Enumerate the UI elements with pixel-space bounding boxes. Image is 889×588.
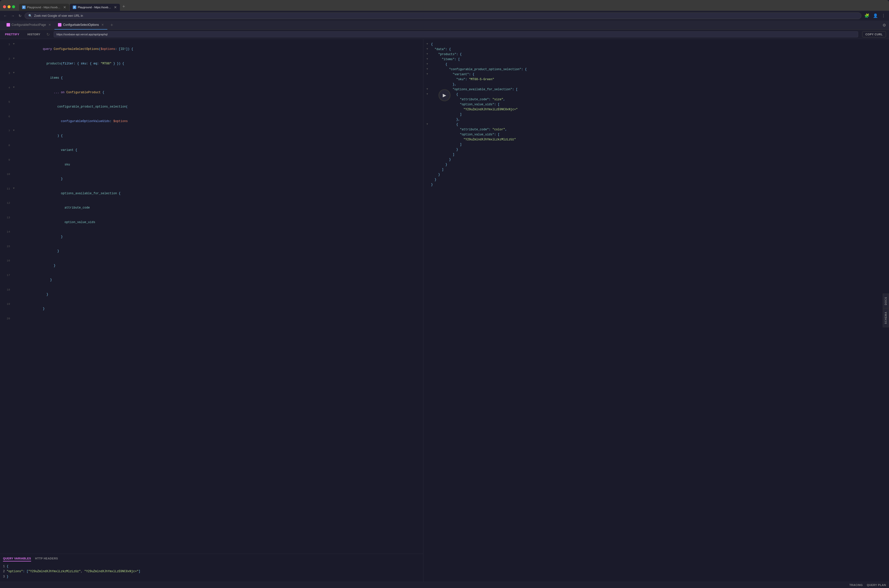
browser-tabs-bar: P Playground - https://soxbase-... ✕ P P… — [19, 3, 886, 11]
close-button[interactable] — [3, 5, 6, 8]
resp-line-25: ▼ } — [423, 162, 889, 167]
tracing-button[interactable]: TRACING — [849, 584, 863, 586]
code-line-18: 18 ▼ } — [0, 288, 423, 302]
resp-line-27: ▼ } — [423, 172, 889, 177]
tab-1-close[interactable]: ✕ — [63, 5, 66, 9]
playground-toolbar: PRETTIFY HISTORY ↻ COPY CURL — [0, 30, 889, 39]
resp-line-22: ▼ } — [423, 147, 889, 152]
prettify-button[interactable]: PRETTIFY — [3, 32, 21, 37]
query-variables-tab[interactable]: QUERY VARIABLES — [3, 556, 31, 561]
forward-button[interactable]: → — [10, 13, 15, 19]
tab-1-favicon: P — [22, 6, 26, 9]
browser-titlebar: P Playground - https://soxbase-... ✕ P P… — [0, 0, 889, 11]
resp-line-7: ▼ "variant": { — [423, 72, 889, 77]
resp-line-11: ▼ { — [423, 92, 889, 97]
back-button[interactable]: ← — [3, 13, 8, 19]
schema-button[interactable]: SCHEMA — [883, 309, 889, 327]
resp-line-13: ▼ "option_value_uids": [ — [423, 102, 889, 107]
resp-line-16: ▼ }, — [423, 117, 889, 122]
code-line-17: 17 ▼ } — [0, 273, 423, 288]
traffic-lights — [3, 5, 15, 8]
browser-toolbar: ← → ↻ 🔍 Zoek met Google of voer een URL … — [0, 11, 889, 21]
code-line-7: 7 ▼ ) { — [0, 129, 423, 143]
address-bar-text: Zoek met Google of voer een URL in — [34, 14, 83, 18]
playground-tab-2-title: ConfigurbaleSelectOptions — [63, 23, 99, 27]
resp-line-23: ▼ ] — [423, 152, 889, 158]
code-line-12: 12 ▼ attribute_code — [0, 201, 423, 215]
history-button[interactable]: HISTORY — [26, 32, 42, 37]
run-button-wrapper: ▶ — [438, 89, 451, 101]
code-line-11: 11 ▼ options_available_for_selection { — [0, 186, 423, 201]
resp-line-15: ▼ ] — [423, 112, 889, 117]
query-variables-content[interactable]: 1 { 2 "options": ["Y29uZmlndXJhYmxlLzkzM… — [3, 561, 420, 582]
address-bar[interactable]: 🔍 Zoek met Google of voer een URL in — [25, 12, 861, 19]
resp-line-2: ▼ "data": { — [423, 47, 889, 52]
playground-tab-1-title: ConfigurableProductPage — [12, 23, 46, 27]
resp-line-9: ▼ }, — [423, 82, 889, 87]
code-line-13: 13 ▼ option_value_uids — [0, 215, 423, 230]
resp-line-3: ▼ "products": { — [423, 52, 889, 57]
resp-line-10: ▼ "options_available_for_selection": [ — [423, 87, 889, 92]
resp-line-18: ▼ "attribute_code": "color", — [423, 128, 889, 132]
refresh-button[interactable]: ↻ — [18, 13, 23, 19]
minimize-button[interactable] — [8, 5, 11, 8]
resp-line-8: ▼ "sku": "MT08-S-Green" — [423, 77, 889, 82]
resp-line-1: ▼ { — [423, 42, 889, 47]
playground-tab-2-close[interactable]: ✕ — [101, 23, 104, 27]
playground-tab-1-close[interactable]: ✕ — [48, 23, 51, 27]
graphql-url-input[interactable] — [54, 32, 858, 38]
query-plan-button[interactable]: QUERY PLAN — [867, 584, 886, 586]
code-line-5: 5 ▼ configurable_product_options_selecti… — [0, 100, 423, 114]
resp-line-17: ▼ { — [423, 122, 889, 128]
qv-line-1: 1 { — [3, 564, 420, 569]
query-editor[interactable]: 1 ▼ query ConfigurbaleSelectOptions($opt… — [0, 39, 423, 554]
http-headers-tab[interactable]: HTTP HEADERS — [35, 556, 58, 561]
bottom-panel-tabs: QUERY VARIABLES HTTP HEADERS — [3, 554, 420, 561]
profile-icon[interactable]: 👤 — [872, 12, 879, 19]
browser-tab-2[interactable]: P Playground - https://soxbase-... ✕ — [70, 4, 120, 11]
code-line-4: 4 ▼ ... on ConfigurableProduct { — [0, 86, 423, 100]
menu-icon[interactable]: ⋮ — [880, 12, 886, 19]
playground-tab-1-favicon — [6, 23, 10, 27]
resp-line-24: ▼ } — [423, 158, 889, 162]
query-variables-panel: QUERY VARIABLES HTTP HEADERS 1 { 2 "opti… — [0, 554, 423, 582]
code-line-15: 15 ▼ } — [0, 244, 423, 259]
response-viewer[interactable]: ▼ { ▼ "data": { ▼ "products": { ▼ "ite — [423, 39, 889, 582]
run-query-button[interactable]: ▶ — [438, 89, 451, 101]
playground-settings-icon[interactable]: ⚙ — [883, 23, 886, 28]
playground-tab-2[interactable]: ConfigurbaleSelectOptions ✕ — [54, 21, 107, 30]
resp-line-29: ▼ } — [423, 183, 889, 188]
resp-line-14: ▼ "Y29uZmlndXJhYmxlLzE0NC8xNjc=" — [423, 107, 889, 112]
tab-2-close[interactable]: ✕ — [114, 5, 117, 9]
resp-line-20: ▼ "Y29uZmlndXJhYmxlLzkzMlzLzUz" — [423, 137, 889, 142]
resp-line-4: ▼ "items": [ — [423, 57, 889, 62]
extensions-icon[interactable]: 🧩 — [863, 12, 871, 19]
resp-line-12: ▼ "attribute_code": "size", — [423, 97, 889, 102]
qv-line-2: 2 "options": ["Y29uZmlndXJhYmxlLzkzMlzLz… — [3, 569, 420, 574]
playground-tab-1[interactable]: ConfigurableProductPage ✕ — [3, 21, 54, 30]
maximize-button[interactable] — [12, 5, 15, 8]
code-line-19: 19 ▼ } — [0, 302, 423, 316]
refresh-icon[interactable]: ↻ — [47, 32, 50, 37]
browser-toolbar-icons: 🧩 👤 ⋮ — [863, 12, 886, 19]
code-line-14: 14 ▼ } — [0, 230, 423, 244]
response-panel: ▼ { ▼ "data": { ▼ "products": { ▼ "ite — [423, 39, 889, 582]
resp-line-19: ▼ "option_value_uids": [ — [423, 132, 889, 137]
docs-button[interactable]: DOCS — [883, 294, 889, 308]
playground-footer: TRACING QUERY PLAN — [0, 582, 889, 588]
code-line-8: 8 ▼ variant { — [0, 143, 423, 158]
copy-curl-button[interactable]: COPY CURL — [862, 32, 886, 38]
browser-tab-1[interactable]: P Playground - https://soxbase-... ✕ — [19, 4, 69, 11]
query-editor-panel: 1 ▼ query ConfigurbaleSelectOptions($opt… — [0, 39, 423, 582]
browser-window: P Playground - https://soxbase-... ✕ P P… — [0, 0, 889, 588]
code-line-20: 20 ▼ — [0, 316, 423, 321]
resp-line-28: ▼ } — [423, 177, 889, 183]
playground-add-tab-button[interactable]: + — [108, 21, 115, 29]
playground-tab-2-favicon — [58, 23, 62, 27]
tab-2-favicon: P — [73, 6, 76, 9]
code-line-9: 9 ▼ sku — [0, 158, 423, 172]
new-tab-button[interactable]: + — [120, 3, 127, 11]
qv-line-3: 3 } — [3, 574, 420, 579]
tab-2-title: Playground - https://soxbase-... — [78, 6, 112, 9]
code-line-16: 16 ▼ } — [0, 258, 423, 273]
